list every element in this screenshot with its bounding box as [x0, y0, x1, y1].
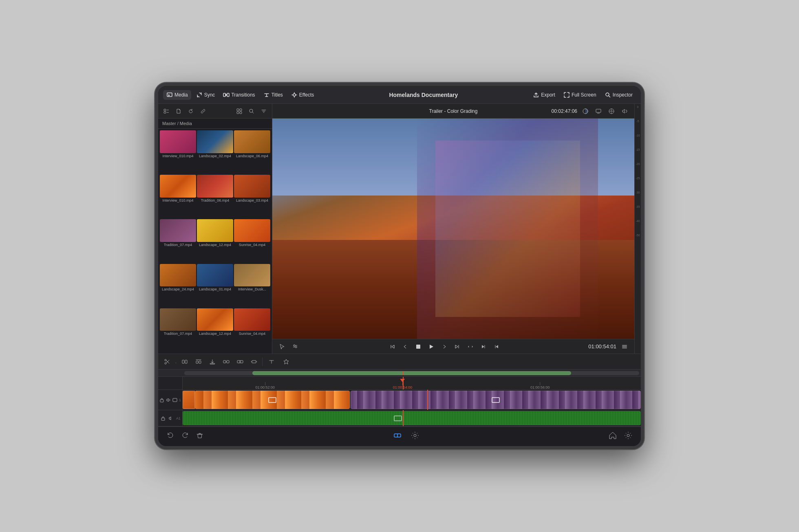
prev-frame-range-btn[interactable] — [387, 342, 397, 352]
search-btn[interactable] — [247, 106, 256, 116]
app-settings-btn[interactable] — [624, 431, 633, 442]
undo-btn[interactable] — [166, 431, 174, 442]
list-item[interactable]: Landscape_06.mp4 — [234, 130, 270, 174]
next-frame-range-btn[interactable] — [452, 342, 462, 352]
media-tab[interactable]: Media — [163, 90, 191, 100]
list-item[interactable]: Sunrise_04.mp4 — [234, 219, 270, 263]
stop-btn[interactable] — [413, 342, 423, 352]
list-item[interactable]: Tradition_07.mp4 — [160, 308, 196, 352]
media-item-label: Landscape_24.mp4 — [160, 286, 196, 292]
svg-point-56 — [627, 434, 629, 437]
view-list-btn[interactable] — [161, 106, 171, 116]
preview-area: Trailer - Color Grading 00:02:47:06 — [272, 104, 634, 354]
home-btn[interactable] — [608, 431, 617, 442]
ripple-btn[interactable] — [221, 356, 232, 367]
dve-btn[interactable] — [393, 431, 402, 442]
audio-volume-icon-btn[interactable] — [166, 396, 171, 404]
grid-view-btn[interactable] — [234, 106, 244, 116]
scope-btn[interactable] — [607, 106, 616, 116]
audio-lock-icon-btn[interactable] — [160, 415, 166, 422]
export-btn[interactable]: Export — [530, 90, 558, 100]
timeline-ruler: 01:00:52:00 01:00:54:00 01:00:56:00 — [158, 377, 641, 390]
audio-clip[interactable] — [183, 411, 641, 425]
video-clip-dancer[interactable] — [351, 391, 641, 409]
effects-tab[interactable]: Effects — [288, 90, 317, 100]
media-thumbnail — [160, 219, 196, 242]
audio-btn[interactable] — [620, 106, 629, 116]
svg-rect-15 — [596, 109, 601, 112]
loop-btn[interactable] — [466, 342, 475, 352]
clip-view-icon-btn[interactable] — [172, 396, 177, 404]
lift-btn[interactable] — [193, 356, 204, 367]
fullscreen-btn[interactable]: Full Screen — [560, 90, 600, 100]
redo-btn[interactable] — [181, 431, 189, 442]
list-item[interactable]: Landscape_12.mp4 — [197, 219, 233, 263]
ruler-mark-0: 0 — [637, 106, 639, 108]
inspector-label: Inspector — [613, 92, 633, 98]
lock-icon-btn[interactable] — [159, 396, 164, 404]
transitions-tab[interactable]: Transitions — [220, 90, 258, 100]
svg-rect-49 — [252, 361, 256, 363]
view-file-btn[interactable] — [174, 106, 183, 116]
prev-marker-btn[interactable] — [400, 342, 410, 352]
list-item[interactable]: Interview_Dusk... — [234, 264, 270, 308]
settings-gear-btn[interactable] — [411, 431, 419, 442]
overwrite-btn[interactable] — [207, 356, 218, 367]
ruler-mark-25: -25 — [636, 177, 640, 180]
text-tool-btn[interactable] — [265, 356, 278, 367]
media-item-label: Landscape_02.mp4 — [197, 153, 233, 159]
link-btn[interactable] — [198, 106, 208, 116]
list-item[interactable]: Landscape_02.mp4 — [197, 130, 233, 174]
scrollbar-thumb[interactable] — [252, 371, 571, 375]
home-icon — [608, 431, 617, 440]
list-item[interactable]: Landscape_03.mp4 — [234, 175, 270, 218]
mixer-icon — [292, 343, 298, 350]
video-clips — [183, 391, 641, 409]
top-bar-left: Media Sync Transitions Titles Effects — [163, 90, 317, 100]
media-thumbnail — [197, 219, 233, 242]
titles-tab[interactable]: Titles — [260, 90, 286, 100]
list-item[interactable]: Landscape_01.mp4 — [197, 264, 233, 308]
next-clip-btn[interactable] — [479, 342, 488, 352]
timeline-toolbar: , — [158, 354, 641, 369]
next-marker-btn[interactable] — [439, 342, 449, 352]
monitor-btn[interactable] — [594, 106, 603, 116]
audio-mute-icon-btn[interactable] — [168, 415, 174, 422]
cut-icon — [164, 358, 170, 365]
timecode-display: 01:00:54:01 — [588, 343, 616, 350]
play-btn[interactable] — [426, 342, 436, 352]
speaker-icon — [168, 416, 173, 421]
color-icon-btn[interactable] — [580, 106, 590, 116]
svg-rect-50 — [160, 400, 163, 402]
mixer-btn[interactable] — [290, 342, 300, 352]
marker-btn[interactable] — [280, 356, 292, 367]
lock-icon — [159, 398, 164, 402]
list-item[interactable]: Landscape_24.mp4 — [160, 264, 196, 308]
sort-btn[interactable] — [259, 106, 269, 116]
prev-clip-btn[interactable] — [492, 342, 501, 352]
delete-btn[interactable] — [196, 431, 204, 442]
inspector-btn[interactable]: Inspector — [601, 90, 636, 100]
list-item[interactable]: Sunrise_04.mp4 — [234, 308, 270, 352]
svg-rect-51 — [173, 398, 177, 402]
select-icon — [279, 343, 285, 350]
list-item[interactable]: Tradition_07.mp4 — [160, 219, 196, 263]
timeline-scrollbar[interactable] — [158, 369, 641, 377]
list-item[interactable]: Tradition_06.mp4 — [197, 175, 233, 218]
video-clip-sunset[interactable] — [195, 391, 350, 409]
bottom-bar — [158, 426, 641, 446]
roll-btn[interactable] — [234, 356, 246, 367]
ruler-mark-15: -15 — [636, 148, 640, 151]
refresh-btn[interactable] — [186, 106, 196, 116]
insert-btn[interactable] — [179, 356, 190, 367]
list-item[interactable]: Interview_010.mp4 — [160, 130, 196, 174]
slip-btn[interactable] — [248, 356, 260, 367]
overflow-menu-btn[interactable] — [620, 342, 629, 352]
list-item[interactable]: Interview_010.mp4 — [160, 175, 196, 218]
cut-tool-btn[interactable] — [161, 356, 173, 367]
select-tool-btn[interactable] — [277, 342, 287, 352]
roll-icon — [237, 358, 243, 365]
scrollbar-track[interactable] — [184, 371, 639, 375]
sync-tab[interactable]: Sync — [193, 90, 219, 100]
list-item[interactable]: Landscape_12.mp4 — [197, 308, 233, 352]
